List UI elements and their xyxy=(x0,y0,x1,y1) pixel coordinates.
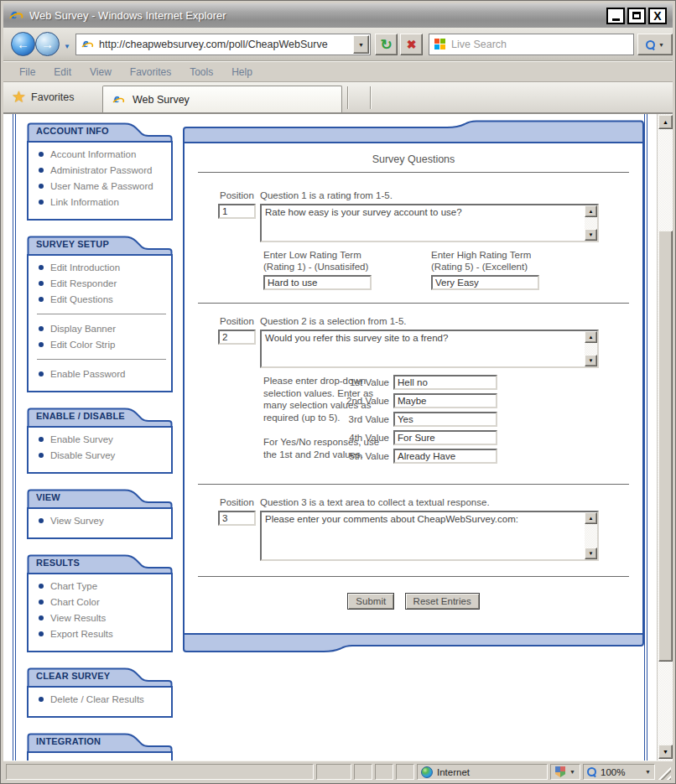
section-title: ENABLE / DISABLE xyxy=(36,411,125,421)
menu-item-tools[interactable]: Tools xyxy=(180,64,222,80)
value-input-5[interactable] xyxy=(393,449,497,464)
security-zone-indicator[interactable]: Internet xyxy=(417,764,548,780)
sidebar-item-edit-questions[interactable]: Edit Questions xyxy=(37,292,171,308)
bullet-icon xyxy=(39,453,44,458)
question-1-textarea[interactable]: Rate how easy is your survey account to … xyxy=(260,204,599,242)
url-dropdown-button[interactable]: ▼ xyxy=(353,35,369,54)
sidebar-item-disable-survey[interactable]: Disable Survey xyxy=(37,448,171,464)
scroll-up-icon[interactable]: ▲ xyxy=(585,205,597,217)
resize-grip[interactable] xyxy=(658,764,671,780)
sidebar-item-account-information[interactable]: Account Information xyxy=(37,147,171,163)
panel-header-tab-shape xyxy=(183,120,644,142)
sidebar-item-enable-survey[interactable]: Enable Survey xyxy=(37,432,171,448)
sidebar-item-label: Account Information xyxy=(50,147,136,161)
menu-item-help[interactable]: Help xyxy=(222,64,262,80)
scroll-up-icon[interactable]: ▲ xyxy=(658,115,673,129)
menu-item-file[interactable]: File xyxy=(10,64,44,80)
sidebar-item-user-name-password[interactable]: User Name & Password xyxy=(37,179,171,195)
textarea-scrollbar[interactable]: ▲ ▼ xyxy=(585,512,597,559)
bullet-icon xyxy=(39,342,44,347)
sidebar-item-enable-password[interactable]: Enable Password xyxy=(37,366,171,382)
live-search-logo-icon xyxy=(434,39,446,50)
page-scrollbar[interactable]: ▲ ▼ xyxy=(657,114,673,761)
sidebar-item-edit-responder[interactable]: Edit Responder xyxy=(37,276,171,292)
section-links: Edit IntroductionEdit ResponderEdit Ques… xyxy=(27,254,173,392)
question-3-position-input[interactable] xyxy=(218,511,256,526)
refresh-icon: ↻ xyxy=(380,38,392,52)
search-placeholder[interactable]: Live Search xyxy=(451,39,507,50)
bullet-icon xyxy=(39,265,44,270)
question-2-textarea[interactable]: Would you refer this survey site to a fr… xyxy=(260,330,599,368)
menu-item-view[interactable]: View xyxy=(81,64,121,80)
value-row-4: 4th Value xyxy=(263,430,629,449)
window-title: Web Survey - Windows Internet Explorer xyxy=(29,9,601,22)
stop-icon: ✖ xyxy=(407,39,417,50)
sidebar-item-chart-color[interactable]: Chart Color xyxy=(37,594,171,610)
value-input-4[interactable] xyxy=(393,430,497,445)
zoom-dropdown-icon[interactable]: ▼ xyxy=(645,769,651,775)
refresh-button[interactable]: ↻ xyxy=(375,34,398,55)
title-bar[interactable]: e Web Survey - Windows Internet Explorer… xyxy=(3,3,673,28)
forward-button[interactable]: → xyxy=(35,32,60,56)
search-options-dropdown-icon[interactable]: ▼ xyxy=(658,42,664,48)
menu-item-edit[interactable]: Edit xyxy=(44,64,81,80)
sidebar-item-chart-type[interactable]: Chart Type xyxy=(37,579,171,594)
sidebar-item-display-banner[interactable]: Display Banner xyxy=(37,321,171,337)
scroll-down-icon[interactable]: ▼ xyxy=(585,229,597,241)
menu-item-favorites[interactable]: Favorites xyxy=(121,64,180,80)
sidebar-item-view-results[interactable]: View Results xyxy=(37,610,171,626)
maximize-button[interactable] xyxy=(627,8,646,24)
url-text[interactable]: http://cheapwebsurvey.com/poll/CheapWebS… xyxy=(99,39,349,50)
sidebar-item-edit-introduction[interactable]: Edit Introduction xyxy=(37,260,171,276)
bullet-icon xyxy=(39,518,44,523)
value-row-2: 2nd Value xyxy=(263,393,629,412)
section-links: Enable SurveyDisable Survey xyxy=(27,426,173,474)
sidebar-item-view-survey[interactable]: View Survey xyxy=(37,513,171,529)
divider xyxy=(198,576,629,577)
submit-button[interactable]: Submit xyxy=(347,593,394,610)
section-title: VIEW xyxy=(36,492,60,502)
question-1-position-input[interactable] xyxy=(218,204,256,219)
scroll-down-icon[interactable]: ▼ xyxy=(658,745,673,759)
sidebar-item-export-results[interactable]: Export Results xyxy=(37,626,171,642)
textarea-scrollbar[interactable]: ▲ ▼ xyxy=(585,205,597,241)
close-button[interactable]: X xyxy=(648,8,667,24)
stop-button[interactable]: ✖ xyxy=(400,34,423,55)
low-rating-input[interactable] xyxy=(263,275,372,290)
scroll-down-icon[interactable]: ▼ xyxy=(585,548,597,559)
favorites-button[interactable]: ★ Favorites xyxy=(12,89,74,105)
sidebar-item-delete-clear-results[interactable]: Delete / Clear Results xyxy=(37,692,171,708)
textarea-scrollbar[interactable]: ▲ ▼ xyxy=(585,331,597,366)
tab-web-survey[interactable]: e Web Survey xyxy=(102,86,342,113)
scroll-up-icon[interactable]: ▲ xyxy=(585,331,597,343)
zoom-control[interactable]: 100% ▼ xyxy=(583,764,655,780)
sidebar-item-link-information[interactable]: Link Information xyxy=(37,195,171,210)
scroll-up-icon[interactable]: ▲ xyxy=(585,512,597,524)
scrollbar-thumb[interactable] xyxy=(658,231,673,662)
value-input-3[interactable] xyxy=(393,412,497,427)
dropdown-icon[interactable]: ▼ xyxy=(569,769,575,775)
history-dropdown-icon[interactable]: ▼ xyxy=(64,43,70,50)
search-button[interactable]: ▼ xyxy=(637,34,673,55)
value-input-1[interactable] xyxy=(393,375,497,390)
sidebar-item-edit-color-strip[interactable]: Edit Color Strip xyxy=(37,337,171,353)
status-segment xyxy=(375,764,393,780)
protected-mode-button[interactable]: ▼ xyxy=(550,764,580,780)
bullet-icon xyxy=(39,184,44,189)
minimize-button[interactable] xyxy=(606,8,625,24)
question-2-block: Position Question 2 is a selection from … xyxy=(198,316,629,472)
sidebar-item-administrator-password[interactable]: Administrator Password xyxy=(37,163,171,179)
reset-entries-button[interactable]: Reset Entries xyxy=(405,593,480,610)
back-button[interactable]: ← xyxy=(11,32,35,56)
address-bar[interactable]: e http://cheapwebsurvey.com/poll/CheapWe… xyxy=(75,34,371,55)
search-input[interactable]: Live Search xyxy=(429,34,634,55)
ie-logo-icon: e xyxy=(9,8,23,23)
bullet-icon xyxy=(39,281,44,286)
web-page: ACCOUNT INFOAccount InformationAdministr… xyxy=(3,114,657,761)
zoom-level: 100% xyxy=(601,767,625,777)
scroll-down-icon[interactable]: ▼ xyxy=(585,355,597,366)
question-3-textarea[interactable]: Please enter your comments about CheapWe… xyxy=(260,511,599,561)
question-2-position-input[interactable] xyxy=(218,330,256,345)
high-rating-input[interactable] xyxy=(431,275,539,290)
value-input-2[interactable] xyxy=(393,393,497,408)
